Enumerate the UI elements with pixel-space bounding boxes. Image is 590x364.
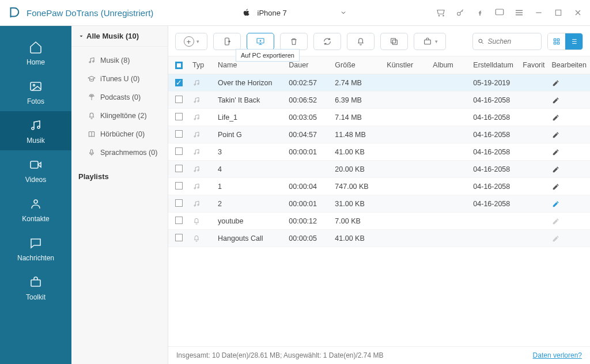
triangle-down-icon: [78, 33, 84, 39]
col-album[interactable]: Album: [429, 56, 470, 74]
col-favorit[interactable]: Favorit: [519, 56, 548, 74]
svg-rect-17: [391, 39, 396, 43]
type-icon: [189, 92, 214, 109]
export-to-phone-button[interactable]: [213, 33, 241, 50]
table-row[interactable]: 100:00:04747.00 KB04-16-2058: [168, 178, 590, 195]
sidebar-item-label: Fotos: [27, 97, 44, 105]
row-checkbox[interactable]: [175, 130, 183, 138]
edit-button[interactable]: [549, 109, 590, 126]
svg-point-39: [198, 204, 199, 205]
cell-album: [429, 92, 470, 109]
table-row[interactable]: 300:00:0141.00 KB04-16-2058: [168, 143, 590, 161]
device-selector[interactable]: iPhone 7: [220, 6, 370, 20]
table-row[interactable]: Life_100:03:057.14 MB04-16-2058: [168, 109, 590, 126]
sidebar-item-musik[interactable]: Musik: [0, 111, 71, 150]
table-row[interactable]: Takin' It Back00:06:526.39 MB04-16-2058: [168, 92, 590, 109]
edit-button[interactable]: [549, 126, 590, 143]
cell-size: 7.14 MB: [331, 109, 383, 126]
menu-icon[interactable]: [514, 7, 524, 18]
table-row[interactable]: Point G00:04:5711.48 MB04-16-2058: [168, 126, 590, 143]
list-view-button[interactable]: [565, 33, 583, 50]
dedupe-button[interactable]: [380, 33, 408, 50]
edit-button[interactable]: [549, 74, 590, 92]
playlists-header[interactable]: Playlists: [71, 166, 168, 187]
edit-button[interactable]: [549, 161, 590, 178]
cell-name: Point G: [214, 126, 285, 143]
col-typ[interactable]: Typ: [189, 56, 214, 74]
maximize-icon[interactable]: [553, 7, 563, 18]
close-icon[interactable]: [573, 7, 583, 18]
svg-point-10: [89, 62, 90, 63]
table-row[interactable]: youtube00:00:127.00 KB: [168, 213, 590, 230]
row-checkbox[interactable]: [175, 217, 183, 224]
row-checkbox[interactable]: [175, 96, 183, 103]
col-bearbeiten[interactable]: Bearbeiten: [549, 56, 590, 74]
svg-point-26: [194, 101, 195, 102]
export-to-pc-button[interactable]: Auf PC exportieren: [247, 33, 274, 50]
minimize-icon[interactable]: [534, 7, 544, 18]
cell-album: [429, 126, 470, 143]
key-icon[interactable]: [455, 7, 466, 18]
sidebar-item-home[interactable]: Home: [0, 33, 71, 72]
cat-itunesu[interactable]: iTunes U (0): [71, 70, 168, 88]
edit-button[interactable]: [549, 143, 590, 161]
svg-point-35: [198, 169, 199, 170]
table-row[interactable]: 420.00 KB04-16-2058: [168, 161, 590, 178]
delete-button[interactable]: [280, 33, 308, 50]
svg-point-29: [198, 117, 199, 119]
row-checkbox[interactable]: [175, 147, 183, 155]
cat-sprachmemos[interactable]: Sprachmemos (0): [71, 143, 168, 162]
add-button[interactable]: +▾: [175, 33, 207, 50]
cat-label: Podcasts (0): [100, 93, 141, 101]
grid-icon: [553, 37, 561, 46]
row-checkbox[interactable]: [175, 234, 183, 241]
row-checkbox[interactable]: [175, 165, 183, 172]
cell-album: [429, 109, 470, 126]
sidebar-item-toolkit[interactable]: Toolkit: [0, 268, 71, 307]
cell-artist: [383, 213, 429, 230]
ringtone-button[interactable]: [347, 33, 375, 50]
cell-album: [429, 143, 470, 161]
sidebar-item-kontakte[interactable]: Kontakte: [0, 189, 71, 229]
search-input[interactable]: [488, 37, 536, 46]
sidebar-item-nachrichten[interactable]: Nachrichten: [0, 229, 71, 268]
row-checkbox[interactable]: ✓: [175, 79, 183, 86]
table-row[interactable]: 200:00:0131.00 KB04-16-2058: [168, 195, 590, 213]
col-kuenstler[interactable]: Künstler: [383, 56, 429, 74]
sidebar-item-fotos[interactable]: Fotos: [0, 72, 71, 111]
toolbar: +▾ Auf PC exportieren ▾: [168, 26, 590, 56]
cat-podcasts[interactable]: Podcasts (0): [71, 88, 168, 107]
edit-button[interactable]: [549, 230, 590, 247]
toolbox-button[interactable]: ▾: [414, 33, 446, 50]
edit-button[interactable]: [549, 213, 590, 230]
grid-view-button[interactable]: [548, 33, 565, 50]
cat-klingeltoene[interactable]: Klingeltöne (2): [71, 107, 168, 125]
edit-button[interactable]: [549, 195, 590, 213]
cell-artist: [383, 143, 429, 161]
row-checkbox[interactable]: [175, 199, 183, 207]
cat-musik[interactable]: Musik (8): [71, 51, 168, 70]
select-all-checkbox[interactable]: [175, 62, 183, 69]
mic-icon: [88, 149, 96, 157]
edit-button[interactable]: [549, 178, 590, 195]
col-erstell[interactable]: Erstelldatum: [470, 56, 519, 74]
search-box[interactable]: [472, 33, 542, 50]
edit-button[interactable]: [549, 92, 590, 109]
sidebar-item-videos[interactable]: Videos: [0, 150, 71, 189]
data-lost-link[interactable]: Daten verloren?: [533, 351, 582, 359]
facebook-icon[interactable]: [475, 7, 485, 18]
cat-label: Hörbücher (0): [100, 130, 145, 138]
category-header[interactable]: Alle Musik (10): [71, 26, 168, 47]
table-row[interactable]: ✓Over the Horizon00:02:572.74 MB05-19-20…: [168, 74, 590, 92]
feedback-icon[interactable]: [494, 7, 505, 18]
col-groesse[interactable]: Größe: [331, 56, 383, 74]
refresh-button[interactable]: [313, 33, 341, 50]
cell-size: 6.39 MB: [331, 92, 383, 109]
table-row[interactable]: Hangouts Call00:00:0541.00 KB: [168, 230, 590, 247]
svg-rect-20: [554, 39, 556, 41]
row-checkbox[interactable]: [175, 113, 183, 120]
row-checkbox[interactable]: [175, 182, 183, 189]
sidebar-item-label: Nachrichten: [17, 254, 54, 262]
cat-hoerbuecher[interactable]: Hörbücher (0): [71, 125, 168, 143]
cart-icon[interactable]: [436, 7, 446, 18]
